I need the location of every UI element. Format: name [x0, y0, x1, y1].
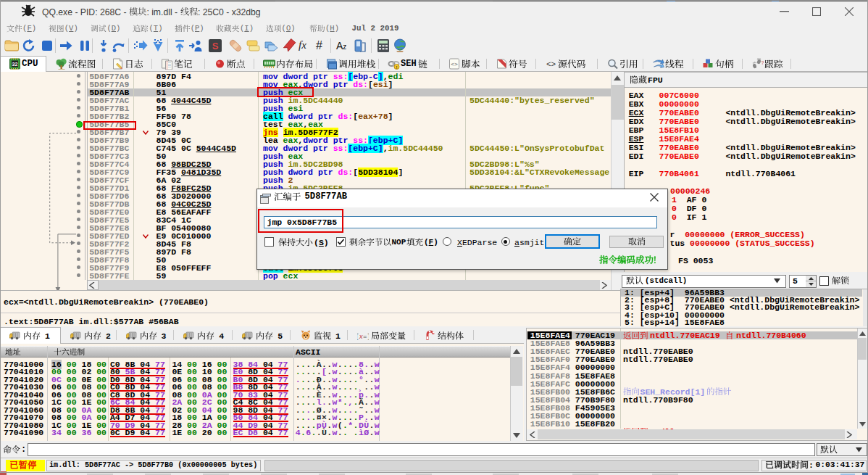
svg-text:32: 32 [12, 62, 18, 67]
svg-text:<>: <> [546, 60, 556, 69]
svg-text:[x=]: [x=] [357, 334, 369, 341]
svg-text:S: S [212, 41, 219, 51]
svg-text:<>: <> [451, 61, 458, 67]
svg-text:?: ? [761, 60, 764, 65]
svg-text:!: ! [396, 65, 398, 70]
